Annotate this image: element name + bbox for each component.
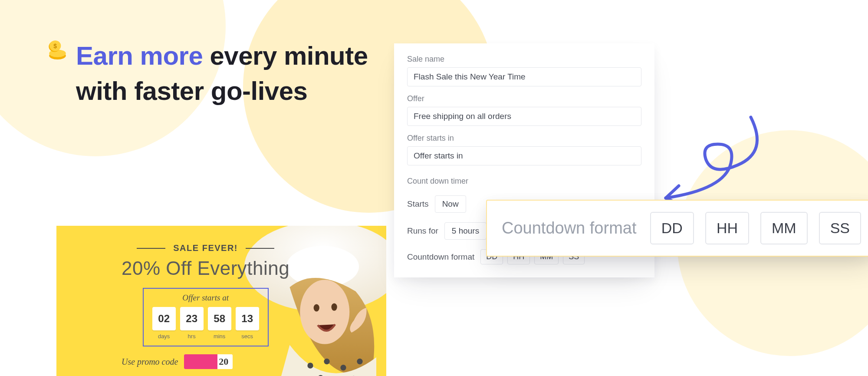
offer-input[interactable] [407, 107, 641, 126]
countdown-card: Offer starts at 02 23 58 13 days hrs min… [143, 288, 269, 346]
countdown-format-callout: Countdown format DD HH MM SS [486, 200, 868, 257]
coins-icon: $ [47, 38, 71, 63]
promo-eyebrow-row: SALE FEVER! [122, 243, 289, 253]
countdown-tile-secs: 13 [236, 307, 259, 330]
svg-text:$: $ [53, 43, 57, 49]
offer-starts-input[interactable] [407, 146, 641, 165]
svg-point-7 [300, 280, 349, 344]
runs-for-label: Runs for [407, 226, 438, 236]
svg-point-13 [357, 359, 362, 364]
promo-code-redaction [184, 354, 217, 369]
countdown-label: Offer starts at [152, 293, 259, 303]
callout-chip-dd[interactable]: DD [650, 212, 694, 244]
runs-for-select[interactable]: 5 hours [444, 222, 487, 240]
divider [137, 248, 165, 249]
promo-code-label: Use promo code [122, 357, 178, 367]
countdown-caption: days [152, 333, 176, 340]
svg-point-9 [331, 303, 337, 311]
page-headline: Earn more every minute with faster go-li… [76, 38, 380, 109]
svg-point-11 [324, 359, 329, 364]
starts-select[interactable]: Now [435, 195, 466, 213]
sale-name-label: Sale name [407, 55, 641, 64]
countdown-format-label: Countdown format [407, 252, 474, 262]
countdown-tile-days: 02 [152, 307, 176, 330]
countdown-caption: mins [208, 333, 231, 340]
offer-label: Offer [407, 94, 641, 103]
countdown-timer-label: Count down timer [407, 177, 641, 186]
callout-chip-ss[interactable]: SS [819, 212, 861, 244]
promo-eyebrow: SALE FEVER! [173, 243, 238, 253]
offer-starts-label: Offer starts in [407, 134, 641, 143]
sale-name-input[interactable] [407, 67, 641, 86]
divider [246, 248, 274, 249]
starts-label: Starts [407, 199, 429, 209]
callout-label: Countdown format [502, 219, 639, 237]
headline-accent: Earn more [76, 41, 203, 70]
countdown-caption: hrs [180, 333, 204, 340]
callout-chip-hh[interactable]: HH [705, 212, 749, 244]
svg-point-12 [340, 365, 346, 370]
promo-code-box: 20 [184, 354, 233, 369]
callout-chip-mm[interactable]: MM [760, 212, 808, 244]
countdown-tile-mins: 58 [208, 307, 231, 330]
countdown-caption: secs [236, 333, 259, 340]
promo-title: 20% Off Everything [122, 257, 289, 279]
promo-banner: SALE FEVER! 20% Off Everything Offer sta… [56, 226, 386, 376]
countdown-tile-hours: 23 [180, 307, 204, 330]
swirl-arrow-icon [651, 109, 764, 208]
svg-point-10 [307, 363, 313, 368]
promo-code-row: Use promo code 20 [122, 354, 289, 369]
promo-code-tail: 20 [219, 356, 228, 367]
svg-point-8 [314, 304, 319, 311]
